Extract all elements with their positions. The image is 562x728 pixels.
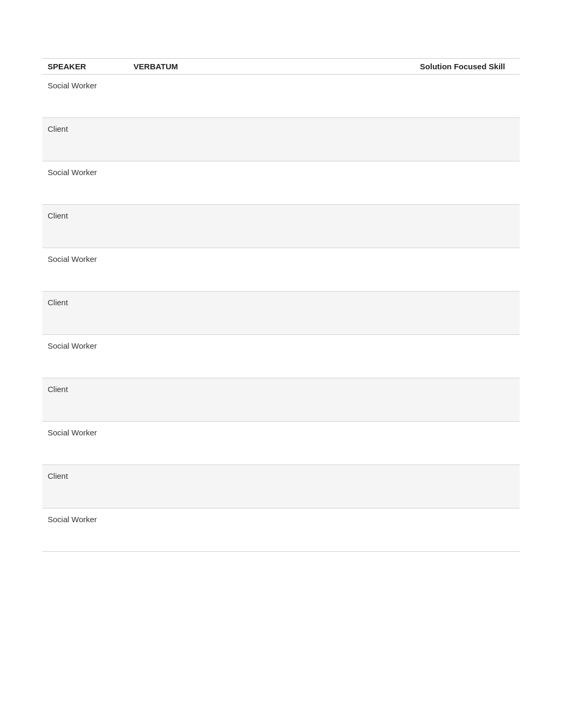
verbatum-cell [128, 248, 414, 292]
speaker-cell: Client [42, 378, 128, 422]
verbatum-cell [128, 292, 414, 335]
skill-cell [415, 205, 520, 248]
speaker-cell: Client [42, 465, 128, 508]
speaker-cell: Social Worker [42, 248, 128, 292]
speaker-cell: Social Worker [42, 161, 128, 205]
skill-cell [415, 292, 520, 335]
table-row: Social Worker [42, 161, 520, 205]
table-row: Client [42, 465, 520, 508]
table-row: Client [42, 292, 520, 335]
table-row: Social Worker [42, 335, 520, 378]
skill-cell [415, 508, 520, 552]
page-container: SPEAKER VERBATUM Solution Focused Skill … [0, 0, 562, 594]
verbatum-cell [128, 118, 414, 161]
speaker-cell: Social Worker [42, 335, 128, 378]
transcript-table: SPEAKER VERBATUM Solution Focused Skill … [42, 58, 520, 552]
table-row: Social Worker [42, 75, 520, 118]
speaker-cell: Social Worker [42, 75, 128, 118]
speaker-cell: Client [42, 118, 128, 161]
header-speaker: SPEAKER [42, 59, 128, 75]
verbatum-cell [128, 378, 414, 422]
verbatum-cell [128, 422, 414, 465]
skill-cell [415, 378, 520, 422]
table-row: Client [42, 118, 520, 161]
table-row: Social Worker [42, 422, 520, 465]
skill-cell [415, 75, 520, 118]
verbatum-cell [128, 205, 414, 248]
skill-cell [415, 161, 520, 205]
speaker-cell: Social Worker [42, 422, 128, 465]
table-row: Client [42, 205, 520, 248]
header-skill: Solution Focused Skill [415, 59, 520, 75]
verbatum-cell [128, 161, 414, 205]
skill-cell [415, 248, 520, 292]
speaker-cell: Social Worker [42, 508, 128, 552]
verbatum-cell [128, 75, 414, 118]
table-row: Social Worker [42, 248, 520, 292]
skill-cell [415, 465, 520, 508]
speaker-cell: Client [42, 205, 128, 248]
skill-cell [415, 335, 520, 378]
table-row: Client [42, 378, 520, 422]
skill-cell [415, 422, 520, 465]
header-verbatum: VERBATUM [128, 59, 414, 75]
table-row: Social Worker [42, 508, 520, 552]
speaker-cell: Client [42, 292, 128, 335]
verbatum-cell [128, 465, 414, 508]
table-header-row: SPEAKER VERBATUM Solution Focused Skill [42, 59, 520, 75]
verbatum-cell [128, 508, 414, 552]
verbatum-cell [128, 335, 414, 378]
skill-cell [415, 118, 520, 161]
